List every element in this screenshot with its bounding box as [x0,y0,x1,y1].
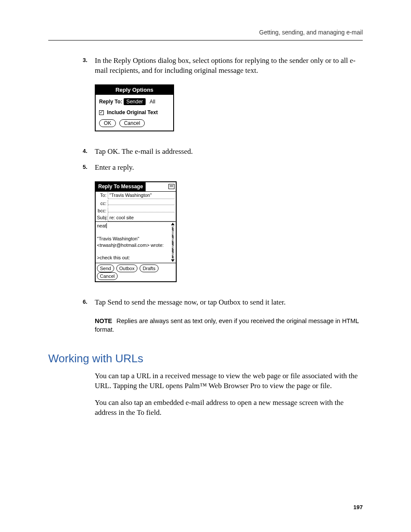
outbox-button[interactable]: Outbox [116,264,137,272]
menu-icon[interactable] [168,184,174,189]
cc-label: cc: [97,200,108,207]
bcc-label: bcc: [97,208,108,214]
step-4: 4. Tap OK. The e-mail is addressed. [95,147,363,157]
note: NOTEReplies are always sent as text only… [95,317,363,334]
body-text-line1: neat [97,223,107,228]
cc-field[interactable] [108,199,174,205]
include-original-label: Include Original Text [107,109,158,115]
note-label: NOTE [95,317,112,324]
ok-button[interactable]: OK [99,119,116,127]
step-6: 6. Tap Send to send the message now, or … [95,298,363,308]
step-number: 4. [83,147,87,155]
reply-options-dialog: Reply Options Reply To: Sender All Inclu… [95,84,174,131]
page-number: 197 [353,504,363,511]
step-number: 5. [83,163,87,171]
segment-sender[interactable]: Sender [124,98,146,105]
screen-title: Reply To Message [96,182,146,191]
message-body[interactable]: neat "Travis Washington" <trwashjr@hotma… [96,221,176,263]
step-number: 3. [83,56,87,64]
section-heading-working-with-urls: Working with URLs [48,351,363,366]
bcc-field[interactable] [108,207,174,212]
to-label: To: [97,192,108,199]
scrollbar[interactable] [171,223,174,262]
running-header: Getting, sending, and managing e-mail [48,28,363,40]
cancel-button[interactable]: Cancel [97,272,118,280]
subj-label: Subj: [97,215,108,221]
note-text: Replies are always sent as text only, ev… [95,317,359,333]
subj-field[interactable]: re: cool site [108,215,174,221]
step-text: Tap Send to send the message now, or tap… [95,298,286,306]
scroll-track[interactable] [172,226,174,258]
reply-to-message-screen: Reply To Message To: "Travis Washington"… [95,181,177,283]
body-text-line2: "Travis Washington" [97,236,139,241]
cancel-button[interactable]: Cancel [119,119,145,127]
scroll-down-icon[interactable] [171,259,174,262]
step-3: 3. In the Reply Options dialog box, sele… [95,56,363,131]
paragraph: You can also tap an embedded e-mail addr… [95,398,363,418]
send-button[interactable]: Send [97,264,114,272]
step-text: Tap OK. The e-mail is addressed. [95,147,193,156]
step-text: In the Reply Options dialog box, select … [95,56,355,75]
reply-to-label: Reply To: [99,99,122,105]
body-text-line3: <trwashjr@hotmail.com> wrote: [97,243,164,248]
include-original-checkbox[interactable] [99,110,104,115]
body-text-line4: >check this out: [97,255,130,260]
step-5: 5. Enter a reply. Reply To Message To: "… [95,163,363,283]
drafts-button[interactable]: Drafts [140,264,158,272]
dialog-title: Reply Options [96,85,173,95]
paragraph: You can tap a URL in a received message … [95,371,363,391]
step-text: Enter a reply. [95,163,134,171]
step-number: 6. [83,298,87,306]
to-field[interactable]: "Travis Washington" [108,192,174,199]
scroll-up-icon[interactable] [171,223,174,225]
segment-all[interactable]: All [147,98,158,105]
